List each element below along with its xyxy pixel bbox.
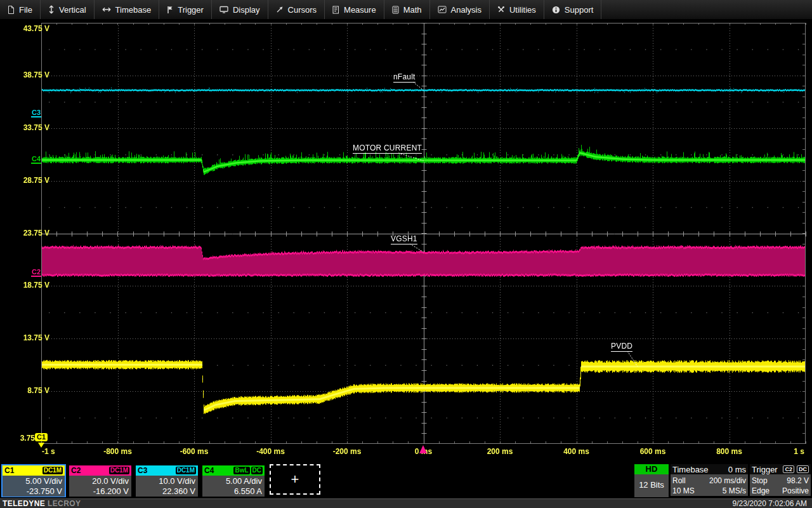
channel-name: C2 [71, 466, 81, 475]
utilities-icon [497, 6, 505, 13]
channel-name: C3 [138, 466, 147, 475]
measure-icon [332, 6, 339, 14]
menu-item-cursors[interactable]: Cursors [268, 0, 325, 19]
trigger-type: Edge [752, 486, 769, 496]
channel-scale: 20.0 V/div [69, 476, 129, 486]
x-axis-label: -400 ms [242, 447, 299, 456]
hd-mode-box[interactable]: HD 12 Bits [634, 464, 669, 497]
y-axis-label: 28.75 V [0, 176, 49, 185]
x-axis-label: -200 ms [318, 447, 376, 456]
coupling-badge: DC1M [176, 467, 196, 474]
timebase-scale: 200 ms/div [709, 476, 746, 486]
trace-label-pvdd[interactable]: PVDD [611, 342, 632, 352]
channel-descriptor-c2[interactable]: C2DC1M20.0 V/div-16.200 V [68, 464, 133, 497]
channel-offset: 22.360 V [136, 486, 195, 497]
channel-name: C1 [4, 466, 14, 475]
channel-descriptor-c3[interactable]: C3DC1M10.0 V/div22.360 V [134, 464, 199, 497]
datetime-label: 9/23/2020 7:02:06 AM [733, 499, 807, 508]
channel-scale: 10.0 V/div [136, 476, 195, 486]
display-icon [219, 6, 228, 13]
coupling-badge: DC1M [43, 467, 63, 474]
trace-label-nfault[interactable]: nFault [393, 72, 416, 83]
trigger-source-badge: DC [797, 465, 809, 473]
channel-offset: 6.550 A [202, 486, 262, 497]
x-axis-label: -1 s [42, 447, 80, 456]
support-icon [552, 6, 560, 14]
menu-item-vertical[interactable]: Vertical [41, 0, 95, 19]
timebase-samplerate: 5 MS/s [723, 486, 746, 496]
menu-item-trigger[interactable]: Trigger [159, 0, 212, 19]
channel-descriptor-c1[interactable]: C1DC1M5.00 V/div-23.750 V [1, 464, 66, 497]
menu-item-math[interactable]: Math [384, 0, 430, 19]
cursors-icon [276, 6, 284, 13]
trace-label-motor-current[interactable]: MOTOR CURRENT [353, 144, 422, 154]
y-axis-label: 3.75 [0, 434, 35, 443]
menu-item-timebase[interactable]: Timebase [95, 0, 160, 19]
timebase-offset: 0 ms [728, 465, 746, 474]
trigger-box[interactable]: Trigger C2DC Stop 98.2 V Edge Positive [750, 464, 811, 497]
channel-scale: 5.00 V/div [3, 476, 62, 486]
trace-label-vgsh1[interactable]: VGSH1 [391, 234, 417, 244]
x-axis-label: -800 ms [89, 447, 147, 456]
y-axis-label: 23.75 V [0, 229, 49, 237]
menu-item-display[interactable]: Display [212, 0, 268, 19]
math-icon [392, 6, 399, 14]
coupling-badge: DC1M [109, 467, 129, 474]
channel-offset: -16.200 V [69, 486, 129, 497]
y-axis-label: 13.75 V [0, 333, 49, 342]
trigger-slope: Positive [782, 486, 809, 496]
channel-indicator-c1-arrow[interactable] [38, 443, 44, 448]
menu-item-label: Analysis [451, 5, 481, 15]
x-axis-label: -600 ms [166, 447, 223, 456]
timebase-title: Timebase [672, 465, 709, 474]
plus-icon: + [291, 471, 299, 488]
add-trace-button[interactable]: + [270, 464, 320, 495]
menu-item-file[interactable]: File [0, 0, 41, 19]
channel-indicator-c3[interactable]: C3 [31, 109, 41, 117]
menu-item-label: Utilities [509, 5, 536, 15]
y-axis-label: 43.75 V [0, 24, 49, 33]
y-axis-label: 8.75 V [0, 386, 49, 395]
trigger-position-marker[interactable] [419, 445, 427, 453]
x-axis-label: 200 ms [471, 447, 528, 456]
timebase-mode: Roll [672, 476, 686, 486]
waveform-display: 43.75 V38.75 V33.75 V28.75 V23.75 V18.75… [0, 19, 812, 464]
menu-item-label: Vertical [59, 5, 86, 15]
y-axis-label: 38.75 V [0, 70, 49, 79]
menu-item-analysis[interactable]: Analysis [430, 0, 490, 19]
menu-bar: FileVerticalTimebaseTriggerDisplayCursor… [0, 0, 812, 19]
channel-indicator-c1[interactable]: C1 [35, 433, 48, 441]
menu-item-label: Timebase [115, 5, 152, 15]
timebase-icon [102, 6, 111, 13]
channel-indicator-c4[interactable]: C4 [31, 155, 41, 164]
x-axis-label: 600 ms [624, 447, 681, 456]
menu-item-measure[interactable]: Measure [325, 0, 384, 19]
menu-item-support[interactable]: Support [544, 0, 602, 19]
y-axis-label: 33.75 V [0, 123, 49, 132]
channel-descriptor-c4[interactable]: C4BwLDC5.00 A/div6.550 A [201, 464, 266, 497]
trigger-source-badge: C2 [783, 465, 794, 473]
menu-item-label: Math [403, 5, 422, 15]
coupling-badge: DC [251, 467, 263, 474]
trigger-icon [167, 6, 173, 14]
x-axis-label: 1 s [747, 447, 804, 456]
file-icon [8, 6, 15, 14]
analysis-icon [438, 6, 447, 13]
timebase-box[interactable]: Timebase 0 ms Roll 200 ms/div 10 MS 5 MS… [671, 464, 748, 497]
vertical-icon [48, 5, 55, 14]
trigger-title: Trigger [752, 465, 778, 474]
menu-item-utilities[interactable]: Utilities [490, 0, 544, 19]
menu-item-label: File [19, 5, 32, 15]
menu-item-label: Measure [344, 5, 376, 15]
status-bar: TELEDYNE LECROY 9/23/2020 7:02:06 AM [0, 498, 812, 508]
coupling-badge: BwL [233, 467, 249, 474]
menu-item-label: Display [233, 5, 260, 15]
trigger-level: 98.2 V [787, 476, 809, 486]
menu-item-label: Support [565, 5, 594, 15]
y-axis-label: 18.75 V [0, 281, 49, 290]
timebase-memory: 10 MS [672, 486, 695, 496]
hd-bits-label: 12 Bits [634, 474, 669, 497]
channel-name: C4 [204, 466, 214, 475]
brand-logo: TELEDYNE LECROY [3, 499, 81, 508]
channel-indicator-c2[interactable]: C2 [31, 268, 41, 277]
